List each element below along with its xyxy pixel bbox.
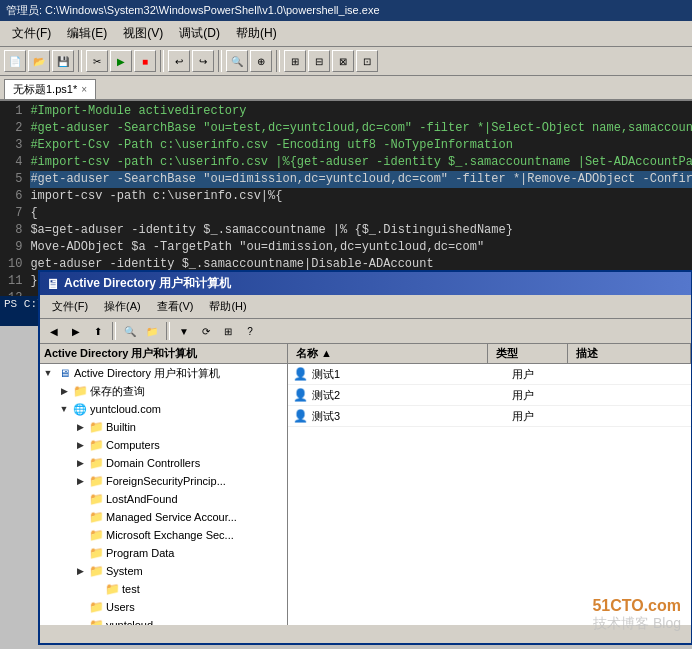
tree-expand-test[interactable] [88,581,104,597]
tree-expand-computers[interactable]: ▶ [72,437,88,453]
ad-menu-action[interactable]: 操作(A) [96,297,149,316]
code-line-1: #Import-Module activedirectory [30,103,692,120]
code-line-6: import-csv -path c:\userinfo.csv|%{ [30,188,692,205]
ad-menu-view[interactable]: 查看(V) [149,297,202,316]
tree-expand-users[interactable] [72,599,88,615]
tree-expand-mex[interactable] [72,527,88,543]
btn8[interactable]: ⊡ [356,50,378,72]
menu-edit[interactable]: 编辑(E) [59,23,115,44]
tree-expand-saved[interactable]: ▶ [56,383,72,399]
sep2 [160,50,164,72]
ad-help-btn[interactable]: ? [240,321,260,341]
ad-toolbar: ◀ ▶ ⬆ 🔍 📁 ▼ ⟳ ⊞ ? [40,319,691,344]
tree-item-saved[interactable]: ▶ 📁 保存的查询 [40,382,287,400]
ad-export-btn[interactable]: ⊞ [218,321,238,341]
watermark-site: 51CTO.com [592,597,681,615]
ad-menu-help[interactable]: 帮助(H) [201,297,254,316]
btn7[interactable]: ⊠ [332,50,354,72]
tree-item-test[interactable]: 📁 test [40,580,287,598]
tree-expand-system[interactable]: ▶ [72,563,88,579]
tree-item-laf[interactable]: 📁 LostAndFound [40,490,287,508]
ad-title-bar: 🖥 Active Directory 用户和计算机 [40,272,691,295]
tree-label-domain: yuntcloud.com [90,403,161,415]
tree-expand-domain[interactable]: ▼ [56,401,72,417]
redo-btn[interactable]: ↪ [192,50,214,72]
zoom-btn[interactable]: ⊕ [250,50,272,72]
ad-window: 🖥 Active Directory 用户和计算机 文件(F) 操作(A) 查看… [38,270,692,645]
tree-label-dc: Domain Controllers [106,457,200,469]
tree-item-builtin[interactable]: ▶ 📁 Builtin [40,418,287,436]
tree-icon-msa: 📁 [88,509,104,525]
tree-icon-dc: 📁 [88,455,104,471]
ad-folder-btn[interactable]: 📁 [142,321,162,341]
tree-expand-msa[interactable] [72,509,88,525]
right-panel-header: 名称 ▲ 类型 描述 [288,344,691,364]
tree-expand-fsp[interactable]: ▶ [72,473,88,489]
code-lines: #Import-Module activedirectory #get-adus… [30,103,692,296]
row3-name: 测试3 [312,409,512,424]
tree-item-root[interactable]: ▼ 🖥 Active Directory 用户和计算机 [40,364,287,382]
line-numbers: 1 2 3 4 5 6 7 8 9 10 11 12 [0,103,30,296]
tree-item-mex[interactable]: 📁 Microsoft Exchange Sec... [40,526,287,544]
menu-help[interactable]: 帮助(H) [228,23,285,44]
save-btn[interactable]: 💾 [52,50,74,72]
tree-expand-yuntcloud[interactable] [72,617,88,625]
btn5[interactable]: ⊞ [284,50,306,72]
open-btn[interactable]: 📂 [28,50,50,72]
ad-filter-btn[interactable]: ▼ [174,321,194,341]
tree-item-domain[interactable]: ▼ 🌐 yuntcloud.com [40,400,287,418]
col-name[interactable]: 名称 ▲ [288,344,488,363]
menu-debug[interactable]: 调试(D) [171,23,228,44]
editor-area[interactable]: 1 2 3 4 5 6 7 8 9 10 11 12 #Import-Modul… [0,101,692,296]
tree-item-fsp[interactable]: ▶ 📁 ForeignSecurityPrincip... [40,472,287,490]
tree-item-dc[interactable]: ▶ 📁 Domain Controllers [40,454,287,472]
menu-view[interactable]: 视图(V) [115,23,171,44]
tree-icon-fsp: 📁 [88,473,104,489]
right-row-2[interactable]: 👤 测试2 用户 [288,385,691,406]
ad-refresh-btn[interactable]: ⟳ [196,321,216,341]
tree-label-root: Active Directory 用户和计算机 [74,366,220,381]
row1-type: 用户 [512,367,592,382]
menu-file[interactable]: 文件(F) [4,23,59,44]
tree-item-msa[interactable]: 📁 Managed Service Accour... [40,508,287,526]
tree-icon-users: 📁 [88,599,104,615]
new-btn[interactable]: 📄 [4,50,26,72]
tree-label-yuntcloud: yuntcloud [106,619,153,625]
tree-item-computers[interactable]: ▶ 📁 Computers [40,436,287,454]
tree-expand-pd[interactable] [72,545,88,561]
ad-back-btn[interactable]: ◀ [44,321,64,341]
tree-label-computers: Computers [106,439,160,451]
tree-item-pd[interactable]: 📁 Program Data [40,544,287,562]
tree-icon-saved: 📁 [72,383,88,399]
tab-close-btn[interactable]: × [81,84,87,95]
tree-item-users[interactable]: 📁 Users [40,598,287,616]
tree-item-yuntcloud[interactable]: 📁 yuntcloud [40,616,287,625]
tree-expand-root[interactable]: ▼ [40,365,56,381]
run-btn[interactable]: ▶ [110,50,132,72]
tree-label-mex: Microsoft Exchange Sec... [106,529,234,541]
col-desc[interactable]: 描述 [568,344,691,363]
tab-untitled[interactable]: 无标题1.ps1* × [4,79,96,99]
ad-up-btn[interactable]: ⬆ [88,321,108,341]
find-btn[interactable]: 🔍 [226,50,248,72]
btn6[interactable]: ⊟ [308,50,330,72]
tree-expand-dc[interactable]: ▶ [72,455,88,471]
tree-label-laf: LostAndFound [106,493,178,505]
ad-menu-file[interactable]: 文件(F) [44,297,96,316]
stop-btn[interactable]: ■ [134,50,156,72]
undo-btn[interactable]: ↩ [168,50,190,72]
tree-expand-builtin[interactable]: ▶ [72,419,88,435]
cut-btn[interactable]: ✂ [86,50,108,72]
row1-name: 测试1 [312,367,512,382]
row2-name: 测试2 [312,388,512,403]
tree-item-system[interactable]: ▶ 📁 System [40,562,287,580]
tree-expand-laf[interactable] [72,491,88,507]
right-row-3[interactable]: 👤 测试3 用户 [288,406,691,427]
tree-label-users: Users [106,601,135,613]
col-type[interactable]: 类型 [488,344,568,363]
ad-tree[interactable]: Active Directory 用户和计算机 ▼ 🖥 Active Direc… [40,344,288,625]
right-row-1[interactable]: 👤 测试1 用户 [288,364,691,385]
tab-bar: 无标题1.ps1* × [0,76,692,101]
ad-search-btn[interactable]: 🔍 [120,321,140,341]
ad-forward-btn[interactable]: ▶ [66,321,86,341]
